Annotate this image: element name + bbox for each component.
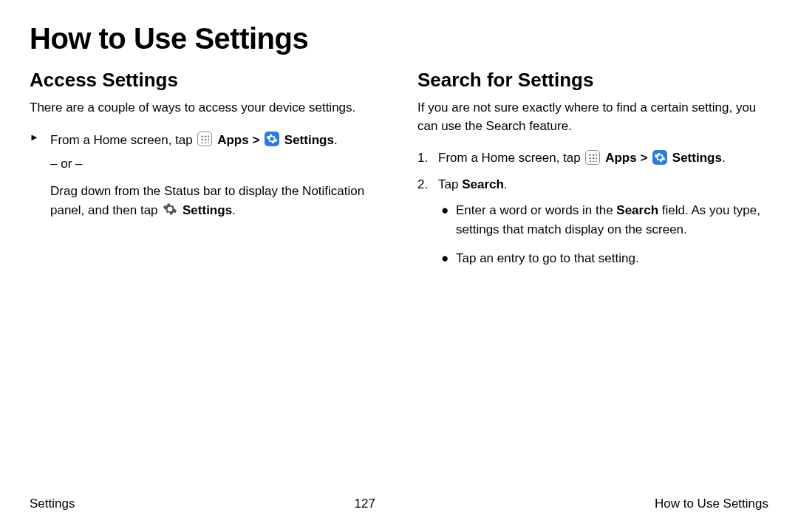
caret-icon: >: [640, 151, 651, 165]
access-step-1: ► From a Home screen, tap Apps > Setting…: [30, 131, 381, 150]
footer-left: Settings: [30, 497, 75, 511]
alt-text-post: .: [232, 203, 236, 217]
apps-label: Apps: [605, 151, 637, 165]
settings-blue-icon: [265, 132, 279, 146]
access-settings-heading: Access Settings: [30, 69, 381, 92]
apps-icon: [585, 150, 600, 165]
page-title: How to Use Settings: [30, 22, 768, 55]
left-column: Access Settings There are a couple of wa…: [30, 69, 381, 279]
footer-right: How to Use Settings: [655, 497, 768, 511]
period: .: [722, 151, 726, 165]
step-1-marker: 1.: [417, 149, 438, 168]
right-column: Search for Settings If you are not sure …: [417, 69, 768, 279]
search-settings-intro: If you are not sure exactly where to fin…: [417, 99, 768, 135]
bullet-dot: ●: [438, 249, 456, 268]
caret-icon: >: [252, 133, 263, 147]
apps-label: Apps: [217, 133, 249, 147]
page-footer: Settings 127 How to Use Settings: [30, 497, 768, 511]
access-settings-intro: There are a couple of ways to access you…: [30, 99, 381, 117]
search-settings-heading: Search for Settings: [417, 69, 768, 92]
bullet-dot: ●: [438, 201, 456, 239]
alt-settings-label: Settings: [183, 203, 232, 217]
bullet-1: ● Enter a word or words in the Search fi…: [438, 201, 768, 239]
bullet2-text: Tap an entry to go to that setting.: [456, 249, 768, 268]
access-alt-step: Drag down from the Status bar to display…: [50, 182, 381, 219]
settings-label: Settings: [672, 151, 722, 165]
step-2-marker: 2.: [417, 175, 438, 194]
settings-label: Settings: [284, 133, 334, 147]
search-step-1: 1. From a Home screen, tap Apps > Settin…: [417, 149, 768, 168]
footer-page-number: 127: [355, 497, 375, 511]
settings-blue-icon: [652, 150, 667, 165]
step-text: From a Home screen, tap: [50, 133, 196, 147]
step2-pre: Tap: [438, 177, 462, 191]
period: .: [334, 133, 338, 147]
bullet1-pre: Enter a word or words in the: [456, 203, 616, 217]
bullet-2: ● Tap an entry to go to that setting.: [438, 249, 768, 268]
bullet1-bold: Search: [616, 203, 658, 217]
step-text: From a Home screen, tap: [438, 151, 584, 165]
or-divider: – or –: [50, 157, 381, 171]
step2-bold: Search: [462, 177, 504, 191]
search-step-2: 2. Tap Search.: [417, 175, 768, 194]
step2-post: .: [504, 177, 508, 191]
apps-icon: [197, 132, 212, 146]
play-marker: ►: [30, 130, 50, 149]
settings-gray-icon: [163, 202, 177, 216]
